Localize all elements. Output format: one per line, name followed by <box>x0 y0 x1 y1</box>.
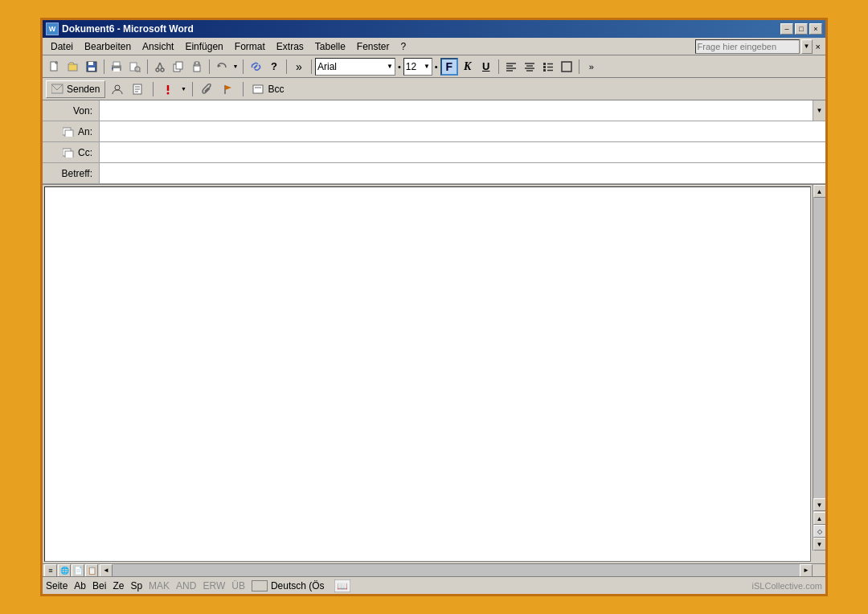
ub-label: ÜB <box>231 580 245 591</box>
menu-datei[interactable]: Datei <box>46 39 78 54</box>
restore-button[interactable]: □ <box>795 23 808 35</box>
flag-button[interactable] <box>219 80 237 98</box>
menu-format[interactable]: Format <box>230 39 270 54</box>
betreff-label: Betreff: <box>43 168 99 179</box>
open-button[interactable] <box>64 58 82 76</box>
send-button[interactable]: Senden <box>46 80 105 98</box>
next-page-button[interactable]: ▼ <box>813 538 826 551</box>
language-icon[interactable]: 📖 <box>334 579 350 592</box>
hscroll-right-button[interactable]: ► <box>800 564 813 577</box>
et-separator-2 <box>192 82 193 96</box>
toolbar-separator-5 <box>286 59 287 74</box>
font-size-label: 12 <box>406 61 422 72</box>
border-button[interactable] <box>558 58 575 76</box>
normal-view-button[interactable]: ≡ <box>44 564 57 577</box>
select-browse-button[interactable]: ◇ <box>813 525 826 538</box>
svg-rect-3 <box>88 62 93 65</box>
svg-rect-20 <box>195 62 199 64</box>
an-row: An: <box>43 121 825 142</box>
print-preview-button[interactable] <box>126 58 144 76</box>
hscroll-track[interactable] <box>113 564 800 576</box>
menu-ansicht[interactable]: Ansicht <box>137 39 178 54</box>
search-close-button[interactable]: × <box>814 42 822 51</box>
title-bar-buttons: – □ × <box>780 23 822 35</box>
list-button[interactable] <box>539 58 557 76</box>
prev-page-button[interactable]: ▲ <box>813 512 826 525</box>
watermark-text: iSLCollective.com <box>752 581 822 591</box>
menu-tabelle[interactable]: Tabelle <box>310 39 350 54</box>
search-dropdown-button[interactable]: ▼ <box>801 39 813 54</box>
svg-line-15 <box>160 63 162 68</box>
status-bar: Seite Ab Bei Ze Sp MAK AND ERW ÜB Deutsc… <box>43 576 825 594</box>
an-input[interactable] <box>99 121 825 141</box>
scroll-up-button[interactable]: ▲ <box>813 185 826 198</box>
menu-fenster[interactable]: Fenster <box>352 39 395 54</box>
new-button[interactable] <box>46 58 63 76</box>
align-left-button[interactable] <box>502 58 520 76</box>
svg-point-38 <box>115 85 120 90</box>
scroll-down-button[interactable]: ▼ <box>813 498 826 511</box>
print-button[interactable] <box>108 58 125 76</box>
menu-einfuegen[interactable]: Einfügen <box>180 39 227 54</box>
address-book-button[interactable] <box>129 80 147 98</box>
svg-rect-1 <box>68 64 77 71</box>
copy-button[interactable] <box>170 58 187 76</box>
font-selector[interactable]: Arial ▼ <box>315 58 395 76</box>
print-view-button[interactable]: 📄 <box>72 564 84 577</box>
font-size-selector[interactable]: 12 ▼ <box>403 58 432 76</box>
minimize-button[interactable]: – <box>780 23 793 35</box>
undo-button[interactable] <box>213 58 231 76</box>
word-icon-text: W <box>49 25 56 33</box>
search-input[interactable] <box>695 39 800 54</box>
undo-dropdown[interactable]: ▼ <box>231 58 240 76</box>
attach-button[interactable] <box>199 80 216 98</box>
outline-view-button[interactable]: 📋 <box>85 564 98 577</box>
priority-button[interactable] <box>159 80 177 98</box>
toolbar-separator-2 <box>147 59 148 74</box>
font-size-separator: • <box>396 62 403 72</box>
title-bar-left: W Dokument6 - Microsoft Word <box>46 23 194 35</box>
betreff-input[interactable] <box>99 163 825 183</box>
svg-line-11 <box>139 71 141 72</box>
von-row: Von: ▼ <box>43 100 825 121</box>
menu-extras[interactable]: Extras <box>272 39 309 54</box>
web-view-button[interactable]: 🌐 <box>58 564 71 577</box>
hscroll-left-button[interactable]: ◄ <box>100 564 113 577</box>
von-dropdown-button[interactable]: ▼ <box>813 100 825 121</box>
more-toolbar-2[interactable]: » <box>583 58 600 76</box>
svg-rect-47 <box>253 85 263 93</box>
menu-bearbeiten[interactable]: Bearbeiten <box>80 39 136 54</box>
size-dot-sep: • <box>433 62 440 72</box>
help-button[interactable]: ? <box>265 58 283 76</box>
insert-hyperlink-button[interactable] <box>247 58 264 76</box>
contacts-button[interactable] <box>108 80 126 98</box>
svg-text:📖: 📖 <box>337 580 348 591</box>
bold-button[interactable]: F <box>440 58 458 76</box>
cc-label: Cc: <box>43 147 99 158</box>
toolbar-separator-6 <box>311 59 312 74</box>
cc-input[interactable] <box>99 142 825 162</box>
scroll-track-v[interactable] <box>813 198 825 498</box>
font-dropdown-arrow: ▼ <box>387 63 393 70</box>
save-button[interactable] <box>83 58 100 76</box>
bei-label: Bei <box>92 580 106 591</box>
bcc-label: Bcc <box>268 84 284 95</box>
bcc-button[interactable]: Bcc <box>249 82 287 96</box>
align-center-button[interactable] <box>521 58 538 76</box>
cut-button[interactable] <box>151 58 169 76</box>
underline-button[interactable]: U <box>477 58 495 76</box>
email-toolbar: Senden ▼ Bcc <box>43 78 825 100</box>
more-toolbar[interactable]: » <box>290 58 308 76</box>
menu-bar: Datei Bearbeiten Ansicht Einfügen Format… <box>43 38 825 55</box>
italic-button[interactable]: K <box>459 58 477 76</box>
language-indicator[interactable]: Deutsch (Ös <box>252 580 325 591</box>
close-button[interactable]: × <box>809 23 822 35</box>
language-label: Deutsch (Ös <box>271 580 325 591</box>
document-body[interactable] <box>44 186 811 562</box>
priority-dropdown[interactable]: ▼ <box>180 80 186 98</box>
svg-rect-32 <box>543 66 546 68</box>
paste-button[interactable] <box>188 58 206 76</box>
svg-marker-46 <box>225 85 231 90</box>
menu-help[interactable]: ? <box>396 39 411 54</box>
von-input[interactable] <box>100 100 813 121</box>
